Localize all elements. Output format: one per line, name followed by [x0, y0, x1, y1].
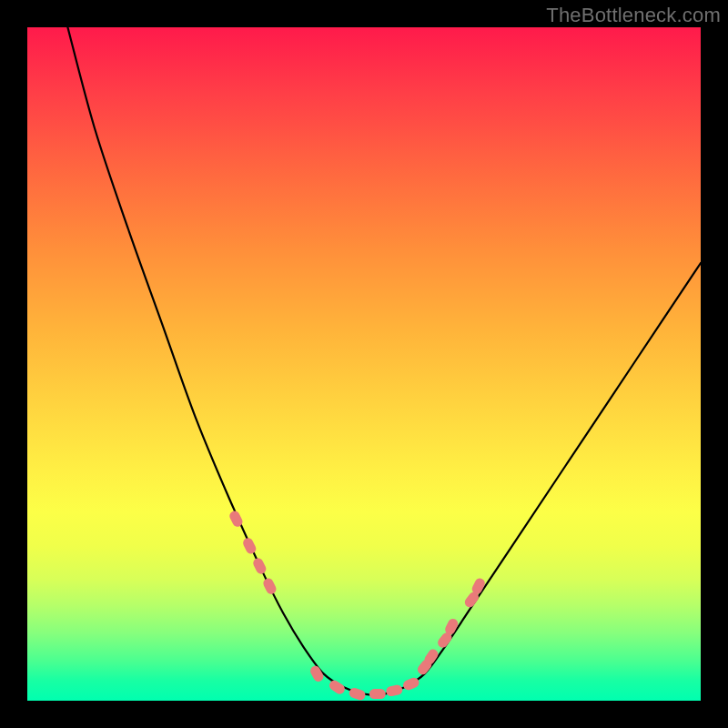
- highlighted-point: [241, 536, 258, 555]
- curve-layer: [27, 27, 701, 701]
- chart-frame: TheBottleneck.com: [0, 0, 728, 728]
- highlighted-points: [228, 510, 486, 701]
- watermark-text: TheBottleneck.com: [546, 4, 721, 27]
- highlighted-point: [369, 689, 386, 699]
- bottleneck-curve: [67, 27, 701, 695]
- highlighted-point: [251, 556, 268, 575]
- highlighted-point: [261, 577, 278, 596]
- highlighted-point: [348, 687, 367, 701]
- highlighted-point: [328, 679, 347, 696]
- plot-area: [27, 27, 701, 701]
- highlighted-point: [385, 684, 403, 697]
